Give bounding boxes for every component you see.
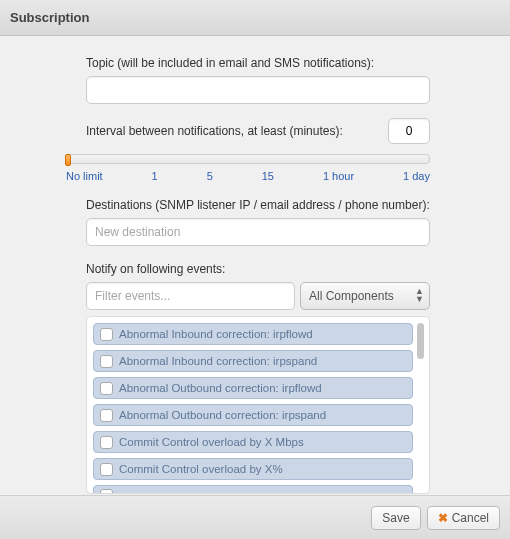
event-item[interactable]: Abnormal Outbound correction: irpflowd [93,377,413,399]
scrollbar-thumb[interactable] [417,323,424,359]
interval-label: Interval between notifications, at least… [86,124,343,138]
close-icon: ✖ [438,512,448,524]
topic-input[interactable] [86,76,430,104]
tick-no-limit: No limit [66,170,103,182]
cancel-button-label: Cancel [452,511,489,525]
event-item[interactable] [93,485,413,493]
window-titlebar: Subscription [0,0,510,36]
interval-input[interactable] [388,118,430,144]
interval-slider-handle[interactable] [65,154,71,166]
tick-5: 5 [207,170,213,182]
destinations-label: Destinations (SNMP listener IP / email a… [86,198,430,212]
destinations-input[interactable] [86,218,430,246]
event-label: Commit Control overload by X Mbps [119,436,304,448]
events-scrollbar[interactable] [417,323,425,493]
events-label: Notify on following events: [86,262,430,276]
events-filter-input[interactable] [86,282,295,310]
tick-15: 15 [262,170,274,182]
events-list: Abnormal Inbound correction: irpflowd Ab… [86,316,430,494]
event-checkbox[interactable] [100,489,113,493]
event-label: Abnormal Outbound correction: irpspand [119,409,326,421]
save-button-label: Save [382,511,409,525]
event-checkbox[interactable] [100,355,113,368]
event-checkbox[interactable] [100,436,113,449]
components-select[interactable]: All Components [300,282,430,310]
window-title: Subscription [10,10,89,25]
event-label: Abnormal Outbound correction: irpflowd [119,382,322,394]
event-checkbox[interactable] [100,382,113,395]
event-checkbox[interactable] [100,328,113,341]
event-item[interactable]: Commit Control overload by X% [93,458,413,480]
event-item[interactable]: Commit Control overload by X Mbps [93,431,413,453]
event-item[interactable]: Abnormal Outbound correction: irpspand [93,404,413,426]
event-checkbox[interactable] [100,409,113,422]
tick-1day: 1 day [403,170,430,182]
interval-slider-ticks: No limit 1 5 15 1 hour 1 day [66,170,430,182]
event-label: Abnormal Inbound correction: irpspand [119,355,317,367]
topic-label: Topic (will be included in email and SMS… [86,56,430,70]
event-label: Abnormal Inbound correction: irpflowd [119,328,313,340]
save-button[interactable]: Save [371,506,420,530]
tick-1hour: 1 hour [323,170,354,182]
interval-slider[interactable] [66,154,430,164]
dialog-body: Topic (will be included in email and SMS… [0,36,510,495]
event-label: Commit Control overload by X% [119,463,283,475]
tick-1: 1 [152,170,158,182]
dialog-footer: Save ✖ Cancel [0,495,510,539]
event-checkbox[interactable] [100,463,113,476]
event-item[interactable]: Abnormal Inbound correction: irpspand [93,350,413,372]
event-item[interactable]: Abnormal Inbound correction: irpflowd [93,323,413,345]
cancel-button[interactable]: ✖ Cancel [427,506,500,530]
